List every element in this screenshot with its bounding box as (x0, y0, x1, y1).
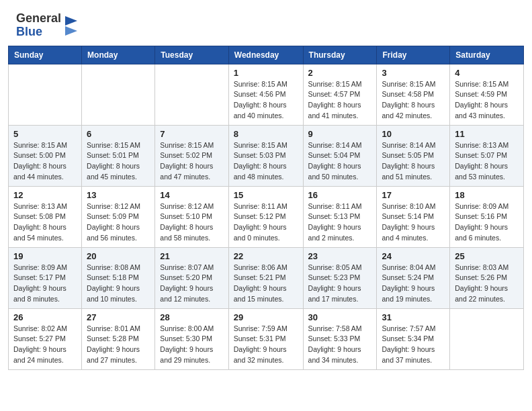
day-info: Sunrise: 8:04 AM Sunset: 5:24 PM Dayligh… (382, 263, 445, 305)
header-cell-sunday: Sunday (9, 46, 82, 64)
day-info: Sunrise: 7:59 AM Sunset: 5:31 PM Dayligh… (234, 324, 298, 366)
day-cell (450, 308, 524, 369)
day-cell: 23Sunrise: 8:05 AM Sunset: 5:23 PM Dayli… (303, 247, 377, 308)
day-cell: 16Sunrise: 8:11 AM Sunset: 5:13 PM Dayli… (303, 186, 377, 247)
svg-marker-0 (65, 16, 77, 26)
day-info: Sunrise: 8:03 AM Sunset: 5:26 PM Dayligh… (455, 263, 519, 305)
day-number: 7 (160, 129, 223, 139)
day-number: 3 (382, 68, 445, 78)
day-info: Sunrise: 8:15 AM Sunset: 5:01 PM Dayligh… (87, 140, 150, 183)
day-number: 6 (87, 129, 150, 139)
day-number: 15 (234, 190, 298, 200)
day-cell: 20Sunrise: 8:08 AM Sunset: 5:18 PM Dayli… (82, 247, 155, 308)
day-cell: 18Sunrise: 8:09 AM Sunset: 5:16 PM Dayli… (450, 186, 524, 247)
day-cell: 7Sunrise: 8:15 AM Sunset: 5:02 PM Daylig… (155, 125, 228, 186)
logo-general: General (16, 12, 61, 26)
day-number: 21 (160, 251, 223, 261)
day-info: Sunrise: 8:15 AM Sunset: 4:59 PM Dayligh… (455, 79, 519, 122)
header-cell-saturday: Saturday (450, 46, 524, 64)
day-cell: 6Sunrise: 8:15 AM Sunset: 5:01 PM Daylig… (82, 125, 155, 186)
week-row-5: 26Sunrise: 8:02 AM Sunset: 5:27 PM Dayli… (9, 308, 524, 369)
day-number: 2 (308, 68, 372, 78)
page: General Blue SundayMondayTuesdayWednesda… (0, 0, 532, 411)
day-cell: 13Sunrise: 8:12 AM Sunset: 5:09 PM Dayli… (82, 186, 155, 247)
day-cell: 28Sunrise: 8:00 AM Sunset: 5:30 PM Dayli… (155, 308, 228, 369)
day-number: 29 (234, 312, 298, 322)
day-number: 10 (382, 129, 445, 139)
day-info: Sunrise: 8:15 AM Sunset: 5:00 PM Dayligh… (13, 140, 77, 183)
day-cell: 2Sunrise: 8:15 AM Sunset: 4:57 PM Daylig… (303, 64, 377, 125)
day-info: Sunrise: 8:10 AM Sunset: 5:14 PM Dayligh… (382, 201, 445, 244)
day-number: 1 (234, 68, 298, 78)
day-cell: 30Sunrise: 7:58 AM Sunset: 5:33 PM Dayli… (303, 308, 377, 369)
day-number: 19 (13, 251, 77, 261)
day-cell: 8Sunrise: 8:15 AM Sunset: 5:03 PM Daylig… (228, 125, 303, 186)
day-cell: 11Sunrise: 8:13 AM Sunset: 5:07 PM Dayli… (450, 125, 524, 186)
header-cell-thursday: Thursday (303, 46, 377, 64)
day-info: Sunrise: 8:01 AM Sunset: 5:28 PM Dayligh… (87, 324, 150, 366)
svg-marker-1 (65, 26, 77, 36)
day-info: Sunrise: 8:11 AM Sunset: 5:13 PM Dayligh… (308, 201, 372, 244)
day-number: 18 (455, 190, 519, 200)
day-info: Sunrise: 8:05 AM Sunset: 5:23 PM Dayligh… (308, 263, 372, 305)
logo-triangle-icon (65, 16, 77, 26)
day-number: 8 (234, 129, 298, 139)
day-cell: 17Sunrise: 8:10 AM Sunset: 5:14 PM Dayli… (377, 186, 450, 247)
day-cell: 24Sunrise: 8:04 AM Sunset: 5:24 PM Dayli… (377, 247, 450, 308)
day-info: Sunrise: 8:11 AM Sunset: 5:12 PM Dayligh… (234, 201, 298, 244)
day-cell: 25Sunrise: 8:03 AM Sunset: 5:26 PM Dayli… (450, 247, 524, 308)
day-cell: 1Sunrise: 8:15 AM Sunset: 4:56 PM Daylig… (228, 64, 303, 125)
day-cell: 10Sunrise: 8:14 AM Sunset: 5:05 PM Dayli… (377, 125, 450, 186)
day-info: Sunrise: 8:13 AM Sunset: 5:08 PM Dayligh… (13, 201, 77, 244)
day-info: Sunrise: 7:57 AM Sunset: 5:34 PM Dayligh… (382, 324, 445, 366)
day-info: Sunrise: 8:14 AM Sunset: 5:04 PM Dayligh… (308, 140, 372, 183)
day-number: 22 (234, 251, 298, 261)
day-info: Sunrise: 8:08 AM Sunset: 5:18 PM Dayligh… (87, 263, 150, 305)
day-number: 12 (13, 190, 77, 200)
day-cell: 15Sunrise: 8:11 AM Sunset: 5:12 PM Dayli… (228, 186, 303, 247)
day-number: 27 (87, 312, 150, 322)
week-row-4: 19Sunrise: 8:09 AM Sunset: 5:17 PM Dayli… (9, 247, 524, 308)
day-cell: 29Sunrise: 7:59 AM Sunset: 5:31 PM Dayli… (228, 308, 303, 369)
day-info: Sunrise: 8:09 AM Sunset: 5:16 PM Dayligh… (455, 201, 519, 244)
day-info: Sunrise: 8:15 AM Sunset: 4:57 PM Dayligh… (308, 79, 372, 122)
header: General Blue (0, 0, 532, 46)
day-number: 5 (13, 129, 77, 139)
day-info: Sunrise: 8:06 AM Sunset: 5:21 PM Dayligh… (234, 263, 298, 305)
day-number: 14 (160, 190, 223, 200)
calendar-table: SundayMondayTuesdayWednesdayThursdayFrid… (8, 46, 524, 370)
day-cell: 5Sunrise: 8:15 AM Sunset: 5:00 PM Daylig… (9, 125, 82, 186)
day-number: 9 (308, 129, 372, 139)
day-info: Sunrise: 8:07 AM Sunset: 5:20 PM Dayligh… (160, 263, 223, 305)
day-cell: 4Sunrise: 8:15 AM Sunset: 4:59 PM Daylig… (450, 64, 524, 125)
day-info: Sunrise: 8:09 AM Sunset: 5:17 PM Dayligh… (13, 263, 77, 305)
day-info: Sunrise: 8:12 AM Sunset: 5:09 PM Dayligh… (87, 201, 150, 244)
day-number: 4 (455, 68, 519, 78)
week-row-1: 1Sunrise: 8:15 AM Sunset: 4:56 PM Daylig… (9, 64, 524, 125)
header-row: SundayMondayTuesdayWednesdayThursdayFrid… (9, 46, 524, 64)
day-cell: 3Sunrise: 8:15 AM Sunset: 4:58 PM Daylig… (377, 64, 450, 125)
day-number: 28 (160, 312, 223, 322)
day-number: 30 (308, 312, 372, 322)
day-info: Sunrise: 8:14 AM Sunset: 5:05 PM Dayligh… (382, 140, 445, 183)
day-cell: 14Sunrise: 8:12 AM Sunset: 5:10 PM Dayli… (155, 186, 228, 247)
day-cell: 22Sunrise: 8:06 AM Sunset: 5:21 PM Dayli… (228, 247, 303, 308)
header-cell-wednesday: Wednesday (228, 46, 303, 64)
day-cell: 12Sunrise: 8:13 AM Sunset: 5:08 PM Dayli… (9, 186, 82, 247)
day-number: 24 (382, 251, 445, 261)
day-cell: 26Sunrise: 8:02 AM Sunset: 5:27 PM Dayli… (9, 308, 82, 369)
calendar-wrapper: SundayMondayTuesdayWednesdayThursdayFrid… (0, 46, 532, 378)
day-cell (9, 64, 82, 125)
day-cell (155, 64, 228, 125)
day-number: 31 (382, 312, 445, 322)
day-info: Sunrise: 8:00 AM Sunset: 5:30 PM Dayligh… (160, 324, 223, 366)
logo: General Blue (16, 12, 77, 39)
day-cell: 19Sunrise: 8:09 AM Sunset: 5:17 PM Dayli… (9, 247, 82, 308)
day-cell: 27Sunrise: 8:01 AM Sunset: 5:28 PM Dayli… (82, 308, 155, 369)
day-number: 20 (87, 251, 150, 261)
day-info: Sunrise: 8:15 AM Sunset: 4:56 PM Dayligh… (234, 79, 298, 122)
day-number: 26 (13, 312, 77, 322)
day-cell: 31Sunrise: 7:57 AM Sunset: 5:34 PM Dayli… (377, 308, 450, 369)
day-info: Sunrise: 8:15 AM Sunset: 5:02 PM Dayligh… (160, 140, 223, 183)
day-number: 23 (308, 251, 372, 261)
